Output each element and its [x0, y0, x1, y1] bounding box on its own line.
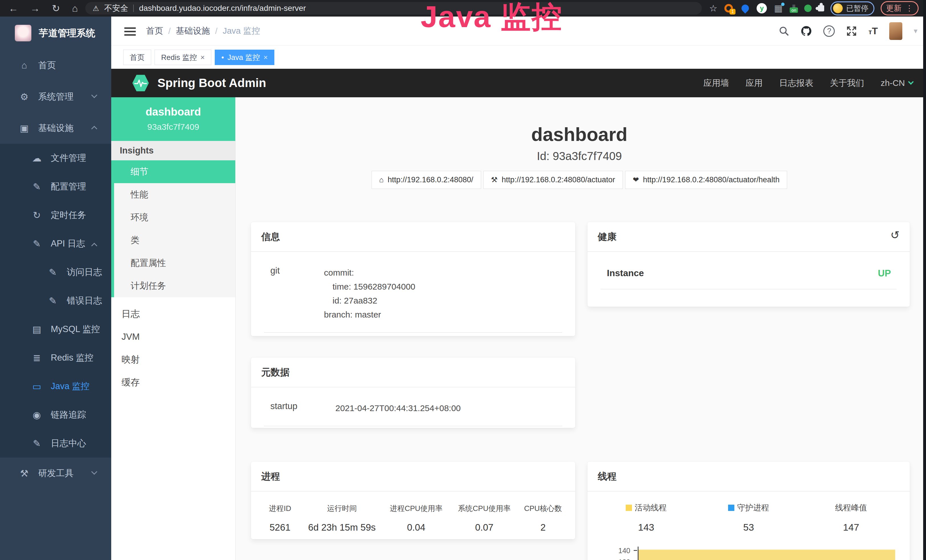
page-subtitle-id: Id: 93a3fc7f7409	[236, 150, 923, 163]
axis-tick-mark	[634, 550, 637, 551]
browser-back-icon[interactable]: ←	[9, 3, 18, 14]
sidebar-item-system[interactable]: ⚙ 系统管理	[0, 81, 111, 112]
breadcrumb-home[interactable]: 首页	[146, 25, 163, 37]
browser-reload-icon[interactable]: ↻	[52, 3, 60, 14]
sidebar-item-scheduled-tasks[interactable]: ↻ 定时任务	[0, 201, 111, 229]
sidebar-item-dev-tools[interactable]: ⚒ 研发工具	[0, 458, 111, 489]
sba-brand-title[interactable]: Spring Boot Admin	[157, 76, 266, 90]
instance-header[interactable]: dashboard 93a3fc7f7409	[111, 97, 235, 141]
sba-nav-applications[interactable]: 应用	[746, 77, 763, 89]
user-avatar[interactable]	[889, 22, 902, 40]
service-url: http://192.168.0.2:48080/	[387, 176, 473, 184]
breadcrumb-infrastructure[interactable]: 基础设施	[176, 25, 210, 37]
cpu-cores-value: 2	[518, 522, 568, 533]
sidebar-item-config-management[interactable]: ✎ 配置管理	[0, 172, 111, 201]
close-icon[interactable]: ×	[200, 53, 205, 62]
breadcrumb: 首页 / 基础设施 / Java 监控	[146, 17, 260, 45]
legend-swatch-live	[626, 505, 632, 511]
search-icon[interactable]	[779, 26, 789, 36]
actuator-url-link[interactable]: ⚒ http://192.168.0.2:48080/actuator	[483, 171, 623, 189]
info-value: commit: time: 1596289704000 id: 27aa832 …	[324, 266, 415, 321]
sidebar-item-log-center[interactable]: ✎ 日志中心	[0, 429, 111, 458]
history-icon[interactable]: ↺	[890, 229, 899, 241]
tab-java-monitor[interactable]: ● Java 监控 ×	[215, 50, 274, 65]
menu-item-caches[interactable]: 缓存	[111, 371, 235, 394]
sidebar-item-error-logs[interactable]: ✎ 错误日志	[0, 286, 111, 315]
avatar-caret-icon[interactable]: ▾	[914, 27, 917, 35]
git-branch-line: branch: master	[324, 307, 415, 321]
menu-item-jvm[interactable]: JVM	[111, 325, 235, 348]
sba-main-content: dashboard Id: 93a3fc7f7409 ⌂ http://192.…	[236, 97, 923, 560]
menu-item-config-props[interactable]: 配置属性	[114, 251, 235, 274]
health-url-link[interactable]: ❤ http://192.168.0.2:48080/actuator/heal…	[625, 171, 787, 189]
extensions-puzzle-icon[interactable]	[818, 5, 824, 11]
chevron-down-icon	[908, 79, 914, 85]
sidebar-item-label: 日志中心	[51, 437, 86, 449]
tools-icon: ⚒	[18, 468, 31, 479]
url-text[interactable]: dashboard.yudao.iocoder.cn/infra/admin-s…	[139, 4, 306, 13]
sba-instance-sidebar: dashboard 93a3fc7f7409 Insights 细节 性能 环境…	[111, 97, 236, 560]
health-instance-row: Instance UP	[601, 252, 897, 289]
security-label[interactable]: 不安全	[104, 3, 128, 14]
sba-nav-wallboard[interactable]: 应用墙	[703, 77, 729, 89]
sidebar-item-mysql-monitor[interactable]: ▤ MySQL 监控	[0, 315, 111, 344]
browser-home-icon[interactable]: ⌂	[72, 3, 78, 14]
sba-nav-about[interactable]: 关于我们	[830, 77, 864, 89]
extension-colorzilla-icon[interactable]: 1	[723, 3, 734, 14]
kebab-menu-icon[interactable]: ⋮	[905, 4, 913, 13]
tab-home[interactable]: 首页	[123, 50, 151, 65]
menu-item-environment[interactable]: 环境	[114, 206, 235, 229]
service-url-link[interactable]: ⌂ http://192.168.0.2:48080/	[372, 171, 481, 189]
menu-item-classes[interactable]: 类	[114, 229, 235, 251]
github-icon[interactable]	[800, 26, 812, 37]
close-icon[interactable]: ×	[263, 53, 268, 62]
menu-item-scheduled[interactable]: 计划任务	[114, 274, 235, 297]
sidebar-item-redis-monitor[interactable]: ≣ Redis 监控	[0, 344, 111, 372]
sidebar-item-access-logs[interactable]: ✎ 访问日志	[0, 258, 111, 286]
browser-forward-icon[interactable]: →	[30, 3, 40, 14]
extension-grid-icon[interactable]: ▦	[773, 3, 784, 14]
sidebar-item-file-management[interactable]: ☁ 文件管理	[0, 144, 111, 172]
profile-paused-chip[interactable]: 已暂停	[831, 2, 875, 15]
app-logo-row[interactable]: 芋道管理系统	[0, 17, 111, 50]
security-warning-icon[interactable]: ⚠	[93, 4, 99, 12]
help-icon[interactable]: ?	[823, 26, 835, 37]
sidebar-item-label: MySQL 监控	[51, 323, 100, 335]
sidebar-item-java-monitor[interactable]: ▭ Java 监控	[0, 372, 111, 401]
card-title: 信息	[251, 222, 575, 252]
sba-language-select[interactable]: zh-CN	[881, 78, 913, 88]
health-key: Instance	[604, 268, 644, 279]
wrench-icon: ⚒	[491, 176, 498, 184]
extension-switch-icon[interactable]: ≡ on	[790, 4, 798, 13]
chrome-update-button[interactable]: 更新 ⋮	[881, 1, 918, 15]
eye-icon: ◉	[30, 409, 43, 421]
profile-emoji-icon	[833, 3, 843, 13]
extension-y-icon[interactable]: y	[757, 3, 767, 14]
sidebar-item-tracing[interactable]: ◉ 链路追踪	[0, 401, 111, 429]
extension-green-icon[interactable]	[804, 5, 812, 12]
git-time-line: time: 1596289704000	[324, 280, 415, 294]
tab-redis-monitor[interactable]: Redis 监控 ×	[154, 50, 211, 65]
fullscreen-icon[interactable]	[846, 26, 857, 36]
sba-nav-journal[interactable]: 日志报表	[779, 77, 813, 89]
menu-item-details[interactable]: 细节	[111, 160, 235, 183]
status-badge: UP	[878, 268, 894, 279]
font-size-icon[interactable]: тT	[869, 26, 878, 36]
col-header: 系统CPU使用率	[450, 504, 519, 513]
sidebar-item-label: 研发工具	[38, 467, 74, 479]
legend-label: 守护进程	[737, 502, 769, 513]
insights-group: 细节 性能 环境 类 配置属性 计划任务	[111, 160, 235, 297]
card-title: 进程	[251, 462, 575, 492]
extension-pin-icon[interactable]	[740, 3, 750, 14]
address-bar[interactable]: ⚠ 不安全 dashboard.yudao.iocoder.cn/infra/a…	[85, 2, 702, 15]
menu-item-mappings[interactable]: 映射	[111, 348, 235, 371]
hamburger-icon[interactable]	[124, 27, 136, 29]
menu-item-logging[interactable]: 日志	[111, 303, 235, 325]
sidebar-item-home[interactable]: ⌂ 首页	[0, 50, 111, 81]
tab-label: Redis 监控	[161, 53, 197, 62]
sidebar-item-api-logs[interactable]: ✎ API 日志	[0, 229, 111, 258]
bookmark-star-icon[interactable]: ☆	[709, 3, 717, 14]
log-icon: ✎	[30, 438, 43, 449]
menu-item-metrics[interactable]: 性能	[114, 183, 235, 206]
sidebar-item-infrastructure[interactable]: ▣ 基础设施	[0, 112, 111, 144]
